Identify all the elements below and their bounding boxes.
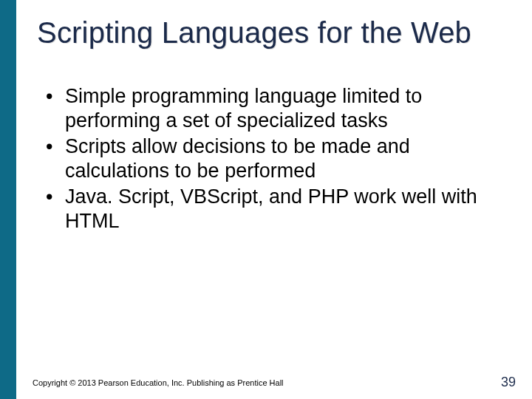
slide-content: Scripting Languages for the Web Simple p… (16, 0, 532, 399)
list-item: Simple programming language limited to p… (41, 84, 511, 133)
bullet-list: Simple programming language limited to p… (37, 84, 511, 233)
page-number: 39 (501, 375, 516, 390)
slide-title: Scripting Languages for the Web (37, 16, 511, 49)
accent-sidebar (0, 0, 16, 399)
list-item: Scripts allow decisions to be made and c… (41, 134, 511, 183)
list-item: Java. Script, VBScript, and PHP work wel… (41, 185, 511, 233)
copyright-text: Copyright © 2013 Pearson Education, Inc.… (33, 378, 284, 387)
